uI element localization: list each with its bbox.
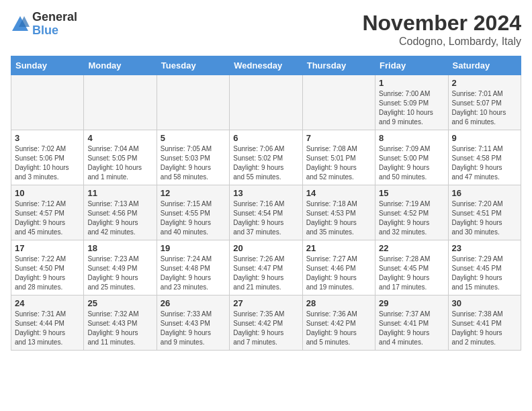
header-monday: Monday [84,56,157,75]
header-row: Sunday Monday Tuesday Wednesday Thursday… [11,56,521,75]
header-saturday: Saturday [448,56,521,75]
header-sunday: Sunday [11,56,84,75]
calendar-cell: 15Sunrise: 7:19 AMSunset: 4:52 PMDayligh… [375,185,448,240]
calendar-cell: 6Sunrise: 7:06 AMSunset: 5:02 PMDaylight… [230,130,302,185]
calendar-cell: 18Sunrise: 7:23 AMSunset: 4:49 PMDayligh… [84,240,157,295]
day-number: 13 [233,188,298,198]
day-info: Sunrise: 7:24 AMSunset: 4:48 PMDaylight:… [161,255,226,292]
logo: General Blue [11,11,77,38]
day-number: 1 [379,78,444,88]
calendar-cell: 7Sunrise: 7:08 AMSunset: 5:01 PMDaylight… [302,130,375,185]
header-thursday: Thursday [302,56,375,75]
day-info: Sunrise: 7:11 AMSunset: 4:58 PMDaylight:… [452,144,517,182]
calendar-cell [157,75,229,130]
calendar-cell: 3Sunrise: 7:02 AMSunset: 5:06 PMDaylight… [11,130,84,185]
day-info: Sunrise: 7:09 AMSunset: 5:00 PMDaylight:… [379,144,444,182]
day-info: Sunrise: 7:27 AMSunset: 4:46 PMDaylight:… [306,255,371,292]
calendar-cell: 4Sunrise: 7:04 AMSunset: 5:05 PMDaylight… [84,130,157,185]
calendar-cell: 28Sunrise: 7:36 AMSunset: 4:42 PMDayligh… [302,295,375,351]
day-info: Sunrise: 7:38 AMSunset: 4:41 PMDaylight:… [452,310,517,347]
calendar-cell [84,75,157,130]
header-wednesday: Wednesday [230,56,302,75]
day-info: Sunrise: 7:32 AMSunset: 4:43 PMDaylight:… [87,310,152,347]
calendar-cell: 13Sunrise: 7:16 AMSunset: 4:54 PMDayligh… [230,185,302,240]
logo-general: General [32,11,77,24]
header-friday: Friday [375,56,448,75]
calendar-cell: 8Sunrise: 7:09 AMSunset: 5:00 PMDaylight… [375,130,448,185]
day-number: 17 [15,243,80,253]
calendar-cell: 19Sunrise: 7:24 AMSunset: 4:48 PMDayligh… [157,240,229,295]
calendar-table: Sunday Monday Tuesday Wednesday Thursday… [11,56,521,351]
day-number: 20 [233,243,298,253]
day-info: Sunrise: 7:36 AMSunset: 4:42 PMDaylight:… [306,310,371,347]
day-number: 16 [452,188,517,198]
day-info: Sunrise: 7:18 AMSunset: 4:53 PMDaylight:… [306,199,371,237]
calendar-cell: 2Sunrise: 7:01 AMSunset: 5:07 PMDaylight… [448,75,521,130]
day-info: Sunrise: 7:12 AMSunset: 4:57 PMDaylight:… [15,199,80,237]
header: General Blue November 2024 Codogno, Lomb… [11,11,521,48]
day-number: 4 [87,133,152,143]
day-number: 18 [87,243,152,253]
day-info: Sunrise: 7:00 AMSunset: 5:09 PMDaylight:… [379,89,444,127]
day-info: Sunrise: 7:05 AMSunset: 5:03 PMDaylight:… [161,144,226,182]
calendar-cell: 12Sunrise: 7:15 AMSunset: 4:55 PMDayligh… [157,185,229,240]
calendar-cell: 1Sunrise: 7:00 AMSunset: 5:09 PMDaylight… [375,75,448,130]
calendar-cell: 9Sunrise: 7:11 AMSunset: 4:58 PMDaylight… [448,130,521,185]
week-row-3: 10Sunrise: 7:12 AMSunset: 4:57 PMDayligh… [11,185,521,240]
calendar-cell: 21Sunrise: 7:27 AMSunset: 4:46 PMDayligh… [302,240,375,295]
day-number: 15 [379,188,444,198]
location-title: Codogno, Lombardy, Italy [362,36,521,48]
calendar-cell: 26Sunrise: 7:33 AMSunset: 4:43 PMDayligh… [157,295,229,351]
calendar-cell [230,75,302,130]
day-info: Sunrise: 7:37 AMSunset: 4:41 PMDaylight:… [379,310,444,347]
day-info: Sunrise: 7:22 AMSunset: 4:50 PMDaylight:… [15,255,80,292]
day-number: 19 [161,243,226,253]
calendar-cell: 14Sunrise: 7:18 AMSunset: 4:53 PMDayligh… [302,185,375,240]
week-row-1: 1Sunrise: 7:00 AMSunset: 5:09 PMDaylight… [11,75,521,130]
calendar-cell: 10Sunrise: 7:12 AMSunset: 4:57 PMDayligh… [11,185,84,240]
calendar-cell: 20Sunrise: 7:26 AMSunset: 4:47 PMDayligh… [230,240,302,295]
day-info: Sunrise: 7:06 AMSunset: 5:02 PMDaylight:… [233,144,298,182]
week-row-4: 17Sunrise: 7:22 AMSunset: 4:50 PMDayligh… [11,240,521,295]
day-number: 11 [87,188,152,198]
day-info: Sunrise: 7:19 AMSunset: 4:52 PMDaylight:… [379,199,444,237]
calendar-cell: 22Sunrise: 7:28 AMSunset: 4:45 PMDayligh… [375,240,448,295]
day-number: 29 [379,298,444,308]
day-number: 8 [379,133,444,143]
day-number: 10 [15,188,80,198]
day-info: Sunrise: 7:29 AMSunset: 4:45 PMDaylight:… [452,255,517,292]
day-info: Sunrise: 7:31 AMSunset: 4:44 PMDaylight:… [15,310,80,347]
logo-icon [11,15,30,34]
day-number: 3 [15,133,80,143]
month-title: November 2024 [362,11,521,36]
day-number: 6 [233,133,298,143]
calendar-cell: 24Sunrise: 7:31 AMSunset: 4:44 PMDayligh… [11,295,84,351]
day-info: Sunrise: 7:08 AMSunset: 5:01 PMDaylight:… [306,144,371,182]
day-number: 7 [306,133,371,143]
day-number: 30 [452,298,517,308]
calendar-cell: 11Sunrise: 7:13 AMSunset: 4:56 PMDayligh… [84,185,157,240]
day-number: 25 [87,298,152,308]
day-info: Sunrise: 7:15 AMSunset: 4:55 PMDaylight:… [161,199,226,237]
day-number: 9 [452,133,517,143]
title-area: November 2024 Codogno, Lombardy, Italy [362,11,521,48]
calendar-cell: 23Sunrise: 7:29 AMSunset: 4:45 PMDayligh… [448,240,521,295]
day-number: 21 [306,243,371,253]
calendar-cell: 25Sunrise: 7:32 AMSunset: 4:43 PMDayligh… [84,295,157,351]
day-number: 12 [161,188,226,198]
day-info: Sunrise: 7:23 AMSunset: 4:49 PMDaylight:… [87,255,152,292]
day-info: Sunrise: 7:04 AMSunset: 5:05 PMDaylight:… [87,144,152,182]
day-info: Sunrise: 7:33 AMSunset: 4:43 PMDaylight:… [161,310,226,347]
calendar-cell: 17Sunrise: 7:22 AMSunset: 4:50 PMDayligh… [11,240,84,295]
day-info: Sunrise: 7:20 AMSunset: 4:51 PMDaylight:… [452,199,517,237]
week-row-5: 24Sunrise: 7:31 AMSunset: 4:44 PMDayligh… [11,295,521,351]
calendar-cell [11,75,84,130]
day-info: Sunrise: 7:01 AMSunset: 5:07 PMDaylight:… [452,89,517,127]
day-number: 2 [452,78,517,88]
calendar-cell: 27Sunrise: 7:35 AMSunset: 4:42 PMDayligh… [230,295,302,351]
day-number: 28 [306,298,371,308]
day-number: 27 [233,298,298,308]
day-number: 5 [161,133,226,143]
day-info: Sunrise: 7:26 AMSunset: 4:47 PMDaylight:… [233,255,298,292]
calendar-cell [302,75,375,130]
